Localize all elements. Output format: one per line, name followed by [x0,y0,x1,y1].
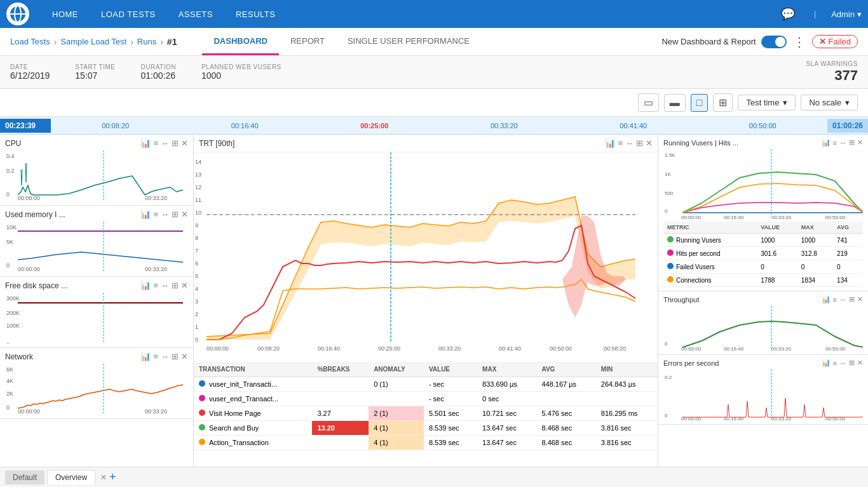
tab-single-user[interactable]: SINGLE USER PERFORMANCE [336,29,481,55]
svg-text:4K: 4K [6,378,13,384]
memory-list-icon[interactable]: ≡ [153,210,158,219]
trt-close-icon[interactable]: ✕ [646,138,653,148]
errors-close-icon[interactable]: ✕ [857,359,863,367]
disk-list-icon[interactable]: ≡ [153,281,158,290]
time-end: 01:00:26 [827,119,868,133]
throughput-expand-icon[interactable]: ↔ [839,296,846,304]
tab-close-icon[interactable]: ✕ [100,473,107,482]
main-tabs: DASHBOARD REPORT SINGLE USER PERFORMANCE [202,29,481,55]
svg-text:00:00:00: 00:00:00 [207,345,229,352]
tab-default[interactable]: Default [5,470,44,484]
trt-chart-icon[interactable]: 📊 [605,138,615,148]
breadcrumb-sep-2: › [130,37,133,47]
tab-overview[interactable]: Overview [47,470,95,484]
memory-expand-icon[interactable]: ↔ [161,210,169,219]
throughput-chart-icon[interactable]: 📊 [822,295,831,304]
notifications-icon[interactable]: 💬 [781,7,795,21]
no-scale-label: No scale [809,98,841,107]
svg-text:00:33:20: 00:33:20 [771,215,792,219]
throughput-list-icon[interactable]: ≡ [833,296,837,304]
nav-home[interactable]: HOME [47,7,83,22]
disk-chart-area: 300K 200K 100K 0 00:00:00 00:33:20 [5,293,188,344]
cpu-expand-icon[interactable]: ↔ [161,138,169,148]
th-min[interactable]: MIN [596,362,658,377]
more-options-icon[interactable]: ⋮ [793,34,806,50]
test-time-dropdown[interactable]: Test time ▾ [738,95,796,110]
vusers-close-icon[interactable]: ✕ [857,138,863,147]
nav-assets[interactable]: ASSETS [173,7,218,22]
th-avg[interactable]: AVG [536,362,595,377]
memory-chart-icon[interactable]: 📊 [140,210,151,219]
tab-report[interactable]: REPORT [279,29,336,55]
trt-expand-icon[interactable]: ↔ [625,138,634,148]
svg-line-78 [727,404,728,417]
errors-expand-icon[interactable]: ↔ [839,359,846,367]
network-list-icon[interactable]: ≡ [153,352,158,361]
cpu-list-icon[interactable]: ≡ [153,138,158,148]
disk-chart-icon[interactable]: 📊 [140,281,151,290]
memory-settings-icon[interactable]: ⊞ [172,210,179,219]
memory-close-icon[interactable]: ✕ [181,210,188,219]
trt-list-icon[interactable]: ≡ [618,138,623,148]
svg-text:200K: 200K [6,310,20,316]
sla-label: SLA WARNINGS [806,60,858,67]
metrics-row: Connections 1788 1834 134 [663,274,863,287]
th-max[interactable]: MAX [477,362,536,377]
breadcrumb-load-tests[interactable]: Load Tests [10,37,50,46]
app-logo[interactable] [6,3,29,25]
new-dashboard-toggle[interactable] [761,36,787,48]
vusers-expand-icon[interactable]: ↔ [839,139,846,147]
svg-line-90 [803,404,804,417]
table-row[interactable]: vuser_end_Transact... - sec 0 sec [194,392,658,406]
table-row[interactable]: Action_Transaction 4 (1) 8.539 sec 13.64… [194,436,658,450]
svg-line-84 [765,408,766,417]
tab-add-icon[interactable]: + [109,470,116,484]
errors-chart-widget: Errors per second 📊 ≡ ↔ ⊞ ✕ 0.2 0 [658,355,868,425]
network-chart-icon[interactable]: 📊 [140,352,151,361]
breadcrumb-sample-load-test[interactable]: Sample Load Test [60,37,126,46]
th-breaks[interactable]: %BREAKS [312,362,369,377]
svg-text:3: 3 [195,298,198,305]
cpu-close-icon[interactable]: ✕ [181,138,188,148]
nav-results[interactable]: RESULTS [231,7,281,22]
admin-menu[interactable]: Admin ▾ [831,10,862,19]
th-value[interactable]: VALUE [424,362,477,377]
th-anomaly[interactable]: ANOMALY [369,362,424,377]
layout-btn-4[interactable]: ⊞ [713,93,733,112]
svg-line-82 [747,401,749,417]
trt-settings-icon[interactable]: ⊞ [636,138,643,148]
errors-settings-icon[interactable]: ⊞ [849,359,855,367]
cpu-chart-icon[interactable]: 📊 [140,138,151,148]
no-scale-dropdown[interactable]: No scale ▾ [801,95,858,110]
errors-list-icon[interactable]: ≡ [833,359,837,367]
disk-title: Free disk space ... [5,281,138,290]
table-row[interactable]: vuser_init_Transacti... 0 (1) - sec 833.… [194,377,658,392]
table-row[interactable]: Visit Home Page 3.27 2 (1) 5.501 sec 10.… [194,406,658,421]
network-expand-icon[interactable]: ↔ [161,352,169,361]
throughput-close-icon[interactable]: ✕ [857,295,863,304]
disk-settings-icon[interactable]: ⊞ [172,281,179,290]
vusers-list-icon[interactable]: ≡ [833,139,837,147]
cpu-settings-icon[interactable]: ⊞ [172,138,179,148]
svg-text:2: 2 [195,311,198,317]
disk-close-icon[interactable]: ✕ [181,281,188,290]
network-settings-icon[interactable]: ⊞ [172,352,179,361]
date-label: DATE [10,63,50,70]
network-close-icon[interactable]: ✕ [181,352,188,361]
tab-dashboard[interactable]: DASHBOARD [202,29,279,55]
disk-expand-icon[interactable]: ↔ [161,281,169,290]
svg-text:00:00:00: 00:00:00 [681,215,702,219]
failed-badge[interactable]: ✕ Failed [812,35,858,48]
sla-value: 377 [834,67,858,84]
nav-load-tests[interactable]: LOAD TESTS [96,7,161,22]
table-row[interactable]: Search and Buy 13.20 4 (1) 8.539 sec 13.… [194,421,658,436]
th-transaction[interactable]: TRANSACTION [194,362,312,377]
layout-btn-3[interactable]: □ [691,94,709,112]
vusers-settings-icon[interactable]: ⊞ [849,138,855,147]
vusers-chart-icon[interactable]: 📊 [822,138,831,147]
layout-btn-2[interactable]: ▬ [664,94,686,112]
errors-chart-icon[interactable]: 📊 [822,359,831,367]
breadcrumb-runs[interactable]: Runs [137,37,156,46]
throughput-settings-icon[interactable]: ⊞ [849,295,855,304]
layout-btn-1[interactable]: ▭ [638,93,659,112]
